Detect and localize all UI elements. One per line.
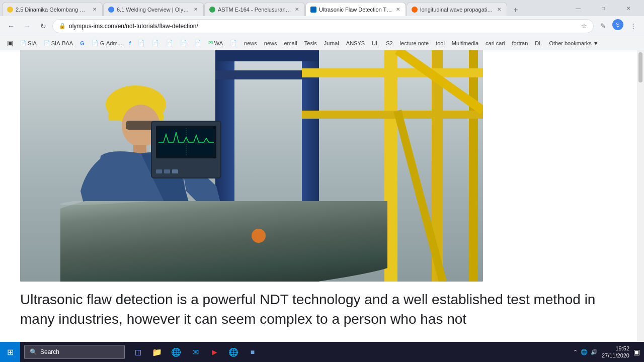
tab-2-favicon [108, 6, 115, 13]
media-icon: ▶ [212, 348, 217, 356]
article-heading: Ultrasonic flaw detection is a powerful … [20, 290, 617, 329]
bookmark-s2[interactable]: S2 [383, 39, 395, 47]
tab-5[interactable]: longitudinal wave propagation -... ✕ [407, 2, 507, 16]
tab-2[interactable]: 6.1 Welding Overview | Olympus... ✕ [103, 2, 204, 16]
bookmark-ansys[interactable]: ANSYS [343, 39, 368, 47]
metal-pipe [60, 201, 387, 282]
search-icon: 🔍 [30, 348, 37, 355]
bookmark-tesis[interactable]: Tesis [301, 39, 320, 47]
svg-line-1 [397, 111, 443, 282]
taskbar-app-task-view[interactable]: ◫ [129, 343, 147, 361]
bm-dl-label: DL [535, 40, 542, 46]
taskbar: ⊞ 🔍 Search ◫ 📁 🌐 ✉ ▶ 🌐 [0, 342, 644, 362]
bookmark-other[interactable]: Other bookmarks ▼ [546, 39, 601, 47]
taskbar-app-chrome[interactable]: 🌐 [224, 343, 243, 361]
bookmark-9[interactable]: 📄 [191, 39, 204, 47]
bookmark-jurnal[interactable]: Jurnal [321, 39, 342, 47]
bookmark-g[interactable]: G [77, 39, 88, 47]
profile-button[interactable]: S [612, 19, 623, 30]
bm8-icon: 📄 [180, 40, 187, 46]
bookmark-star-icon[interactable]: ☆ [581, 22, 587, 30]
hero-image [20, 50, 483, 282]
refresh-button[interactable]: ↻ [36, 19, 50, 33]
bookmark-apps[interactable]: ▣ [4, 38, 16, 48]
tab-1-close[interactable]: ✕ [91, 6, 98, 13]
bookmark-multimedia[interactable]: Multimedia [449, 39, 481, 47]
pipe-area [60, 201, 387, 282]
tab-4-close[interactable]: ✕ [394, 6, 401, 13]
screen-waveform [158, 128, 214, 156]
taskbar-apps: ◫ 📁 🌐 ✉ ▶ 🌐 ■ [129, 343, 262, 361]
chevron-up-icon[interactable]: ⌃ [573, 349, 578, 355]
close-button[interactable]: ✕ [617, 0, 640, 16]
tab-1[interactable]: 2.5 Dinamika Gelombang Depar... ✕ [2, 2, 103, 16]
menu-button[interactable]: ⋮ [626, 19, 640, 33]
tabs-container: 2.5 Dinamika Gelombang Depar... ✕ 6.1 We… [0, 0, 567, 16]
bm7-icon: 📄 [166, 40, 173, 46]
tab-3[interactable]: ASTM E-164 - Penelusuran Goo... ✕ [204, 2, 305, 16]
address-bar[interactable]: 🔒 olympus-ims.com/en/ndt-tutorials/flaw-… [52, 19, 594, 33]
restore-button[interactable]: □ [592, 0, 615, 16]
taskbar-app-explorer[interactable]: 📁 [148, 343, 166, 361]
tab-5-close[interactable]: ✕ [496, 6, 503, 13]
bookmark-ul[interactable]: UL [369, 39, 382, 47]
bookmark-fb[interactable]: f [126, 39, 134, 47]
bookmark-8[interactable]: 📄 [177, 39, 190, 47]
page-scrollbar[interactable] [637, 50, 644, 362]
tab-2-close[interactable]: ✕ [192, 6, 199, 13]
bookmark-dl[interactable]: DL [532, 39, 545, 47]
taskbar-app-other[interactable]: ■ [244, 343, 262, 361]
task-view-icon: ◫ [135, 348, 141, 356]
bookmark-fortran[interactable]: fortran [509, 39, 531, 47]
minimize-button[interactable]: — [567, 0, 590, 16]
chrome-icon: 🌐 [228, 347, 238, 357]
taskbar-app-mail[interactable]: ✉ [186, 343, 204, 361]
scrollbar-thumb[interactable] [638, 52, 642, 82]
tab-4[interactable]: Ultrasonic Flaw Detection Tutor... ✕ [305, 2, 406, 16]
start-button[interactable]: ⊞ [0, 342, 20, 362]
bookmark-email[interactable]: email [281, 39, 300, 47]
wa-icon: ✉ [208, 40, 213, 46]
notifications-icon[interactable]: ▣ [633, 348, 640, 356]
page-content: Ultrasonic flaw detection is a powerful … [0, 50, 644, 362]
bookmark-news1[interactable]: news [241, 39, 260, 47]
tab-3-favicon [209, 6, 216, 13]
bookmark-7[interactable]: 📄 [163, 39, 176, 47]
bookmark-cari[interactable]: cari cari [482, 39, 508, 47]
bookmark-news2[interactable]: news [261, 39, 280, 47]
time-display: 19:52 [602, 345, 629, 352]
tab-3-close[interactable]: ✕ [293, 6, 300, 13]
bookmark-wa[interactable]: ✉ WA [205, 39, 226, 47]
apps-icon: ▣ [7, 39, 13, 47]
bm-ul-label: UL [372, 40, 379, 46]
bm-news1-label: news [244, 40, 257, 46]
volume-icon[interactable]: 🔊 [591, 349, 598, 355]
bookmark-tool[interactable]: tool [433, 39, 448, 47]
extensions-button[interactable]: ✎ [596, 19, 610, 33]
bookmark-6[interactable]: 📄 [149, 39, 162, 47]
bookmark-lecture[interactable]: lecture note [397, 39, 432, 47]
taskbar-app-media[interactable]: ▶ [205, 343, 223, 361]
taskbar-search[interactable]: 🔍 Search [24, 345, 125, 359]
bookmark-gadmin[interactable]: 📄 G-Adm... [89, 39, 125, 47]
taskbar-app-edge[interactable]: 🌐 [167, 343, 185, 361]
forward-button[interactable]: → [20, 19, 34, 33]
network-icon[interactable]: 🌐 [581, 349, 588, 355]
bm9-icon: 📄 [194, 40, 201, 46]
bm-cari-label: cari cari [486, 40, 505, 46]
svg-line-0 [397, 50, 483, 111]
taskbar-right: ⌃ 🌐 🔊 19:52 27/11/2020 ▣ [573, 345, 644, 359]
bookmark-sia-baa[interactable]: 📄 SIA-BAA [41, 39, 76, 47]
taskbar-clock[interactable]: 19:52 27/11/2020 [602, 345, 629, 359]
bookmark-5[interactable]: 📄 [135, 39, 148, 47]
bm-fortran-label: fortran [512, 40, 528, 46]
bookmark-sia-label: SIA [28, 40, 37, 46]
hero-scene [20, 50, 483, 282]
new-tab-button[interactable]: + [510, 4, 522, 16]
g-icon: G [80, 40, 85, 46]
bookmark-sia[interactable]: 📄 SIA [17, 39, 40, 47]
bookmark-10[interactable]: 📄 [227, 39, 240, 47]
bm-email-label: email [284, 40, 297, 46]
back-button[interactable]: ← [4, 19, 18, 33]
article-text-area: Ultrasonic flaw detection is a powerful … [0, 282, 637, 329]
